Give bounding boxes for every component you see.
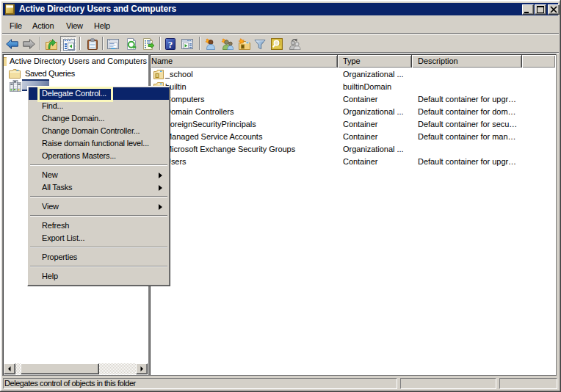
svg-text:?: ? — [168, 39, 173, 50]
